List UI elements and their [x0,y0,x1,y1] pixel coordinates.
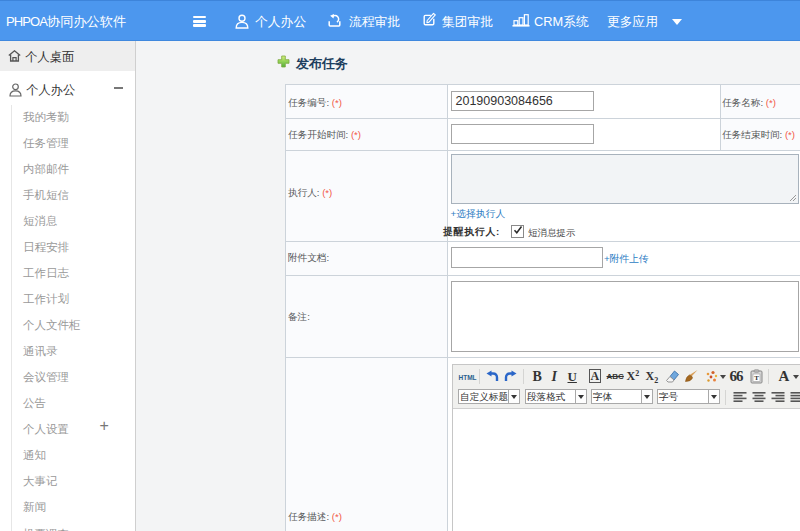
svg-text:T: T [754,374,759,382]
